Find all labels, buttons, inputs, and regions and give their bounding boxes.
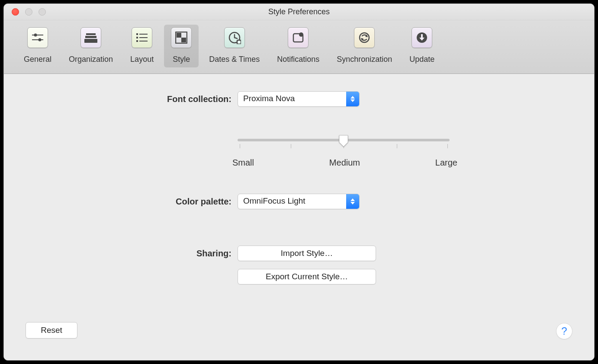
sharing-row: Sharing: Import Style… — [4, 246, 594, 261]
tab-update[interactable]: Update — [402, 25, 441, 67]
close-icon[interactable] — [12, 8, 19, 16]
preferences-window: Style Preferences General Organization L… — [3, 3, 595, 361]
color-palette-row: Color palette: OmniFocus Light — [4, 194, 594, 209]
font-collection-popup[interactable]: Proxima Nova — [238, 91, 360, 107]
svg-rect-6 — [84, 39, 97, 43]
slider-thumb-icon[interactable] — [338, 134, 349, 147]
svg-point-1 — [34, 34, 37, 37]
color-palette-value: OmniFocus Light — [238, 194, 346, 209]
svg-marker-29 — [350, 99, 355, 102]
style-icon — [171, 27, 192, 48]
svg-rect-9 — [136, 37, 138, 38]
svg-rect-15 — [181, 38, 186, 42]
sharing-export-row: Export Current Style… — [4, 269, 594, 284]
minimize-icon[interactable] — [25, 8, 32, 16]
help-icon: ? — [561, 325, 567, 337]
svg-rect-11 — [136, 40, 138, 42]
tab-dates-times[interactable]: Dates & Times — [202, 25, 267, 67]
color-palette-popup[interactable]: OmniFocus Light — [238, 194, 360, 209]
general-icon — [27, 27, 48, 48]
svg-marker-31 — [350, 202, 355, 204]
reset-button[interactable]: Reset — [26, 322, 77, 338]
font-size-slider[interactable]: Small Medium Large — [238, 117, 450, 168]
zoom-icon[interactable] — [39, 8, 46, 16]
organization-icon — [80, 27, 101, 48]
svg-rect-5 — [85, 36, 96, 38]
export-style-label: Export Current Style… — [266, 272, 348, 281]
traffic-lights — [4, 8, 46, 16]
slider-label-small: Small — [232, 158, 254, 168]
tab-label: Dates & Times — [209, 55, 260, 64]
svg-line-18 — [235, 38, 237, 38]
tab-label: Organization — [69, 55, 113, 64]
tab-organization[interactable]: Organization — [62, 25, 120, 67]
svg-rect-4 — [86, 33, 96, 35]
font-collection-value: Proxima Nova — [238, 92, 346, 106]
tab-style[interactable]: Style — [164, 25, 199, 67]
font-collection-row: Font collection: Proxima Nova — [4, 91, 594, 107]
svg-rect-7 — [136, 33, 138, 35]
svg-rect-10 — [139, 37, 148, 38]
layout-icon — [132, 27, 152, 48]
svg-marker-30 — [350, 198, 355, 201]
tab-label: Update — [409, 55, 434, 64]
reset-label: Reset — [41, 326, 62, 335]
stepper-arrows-icon — [346, 194, 359, 209]
svg-rect-12 — [139, 41, 148, 42]
slider-label-large: Large — [435, 158, 457, 168]
stepper-arrows-icon — [346, 92, 359, 106]
notifications-icon — [288, 27, 309, 48]
svg-point-21 — [299, 32, 303, 37]
tab-general[interactable]: General — [17, 25, 58, 67]
titlebar[interactable]: Style Preferences — [4, 4, 594, 20]
content-pane: Font collection: Proxima Nova — [4, 74, 594, 360]
font-collection-label: Font collection: — [4, 94, 238, 104]
tab-label: Synchronization — [337, 55, 392, 64]
help-button[interactable]: ? — [556, 323, 572, 339]
svg-point-3 — [39, 38, 42, 42]
tab-layout[interactable]: Layout — [123, 25, 161, 67]
tab-synchronization[interactable]: Synchronization — [330, 25, 399, 67]
tab-label: General — [24, 55, 51, 64]
import-style-button[interactable]: Import Style… — [238, 246, 376, 261]
svg-rect-14 — [177, 33, 181, 38]
download-icon — [412, 27, 432, 48]
import-style-label: Import Style… — [281, 249, 333, 258]
svg-marker-28 — [350, 96, 355, 99]
slider-label-medium: Medium — [329, 158, 360, 168]
svg-rect-26 — [421, 34, 423, 38]
clock-icon — [224, 27, 245, 48]
svg-rect-19 — [237, 40, 241, 44]
color-palette-label: Color palette: — [4, 197, 238, 207]
svg-rect-8 — [139, 34, 148, 35]
window-title: Style Preferences — [4, 7, 594, 16]
tab-label: Layout — [130, 55, 154, 64]
tab-label: Notifications — [277, 55, 319, 64]
export-style-button[interactable]: Export Current Style… — [238, 269, 376, 284]
tab-label: Style — [173, 55, 190, 64]
toolbar: General Organization Layout Style Dates — [4, 20, 594, 74]
tab-notifications[interactable]: Notifications — [270, 25, 326, 67]
sharing-label: Sharing: — [4, 249, 238, 259]
svg-point-22 — [360, 33, 369, 42]
sync-icon — [354, 27, 375, 48]
